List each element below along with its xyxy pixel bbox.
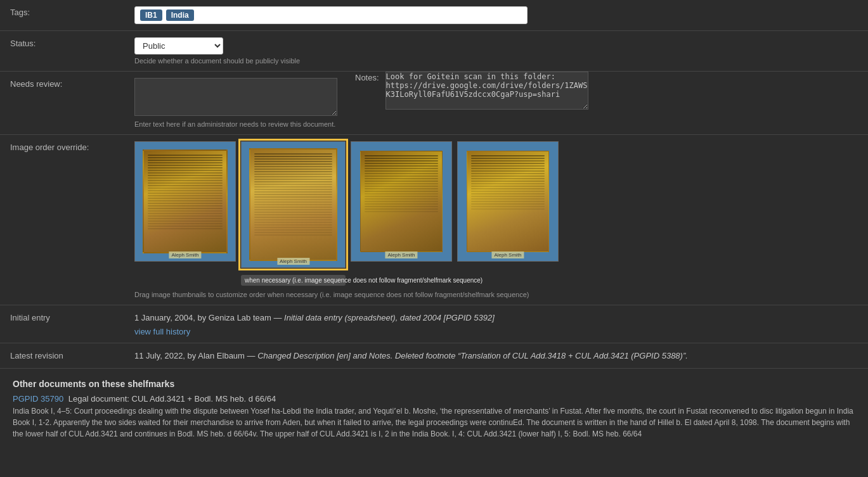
thumbnail-3[interactable]: Aleph Smith [351, 141, 452, 262]
thumb-label-3: Aleph Smith [385, 251, 417, 258]
tags-content: IB1 India [127, 0, 868, 30]
tags-label: Tags: [0, 0, 127, 25]
thumb-label-4: Aleph Smith [491, 251, 524, 258]
thumb-img-4: Aleph Smith [457, 141, 559, 262]
status-select[interactable]: Public Private Draft [134, 37, 223, 54]
notes-inline: Notes: Look for Goitein scan in this fol… [355, 72, 868, 110]
thumb-img-3: Aleph Smith [351, 141, 452, 262]
initial-entry-content: 1 January, 2004, by Geniza Lab team — In… [127, 305, 868, 343]
status-content: Public Private Draft Decide whether a do… [127, 31, 868, 71]
latest-revision-italic: Changed Description [en] and Notes. Dele… [257, 351, 688, 360]
view-full-history-link[interactable]: view full history [134, 327, 860, 336]
drag-hint: Drag image thumbnails to customize order… [134, 291, 860, 298]
tags-row: Tags: IB1 India [0, 0, 868, 31]
tag-india: India [166, 10, 194, 21]
latest-revision-text: 11 July, 2022, by Alan Elbaum — Changed … [134, 350, 860, 362]
initial-entry-date-author: 1 January, 2004, by Geniza Lab team — [134, 313, 282, 322]
initial-entry-italic: Initial data entry (spreadsheet), dated … [284, 313, 495, 322]
notes-label: Notes: [355, 72, 379, 82]
doc-body: India Book I, 4–5: Court proceedings dea… [13, 405, 855, 440]
status-label: Status: [0, 31, 127, 56]
needs-review-helper: Enter text here if an administrator need… [134, 120, 347, 128]
other-docs-title: Other documents on these shelfmarks [13, 379, 855, 389]
thumbnail-1[interactable]: Aleph Smith [134, 141, 236, 262]
latest-revision-row: Latest revision 11 July, 2022, by Alan E… [0, 343, 868, 369]
initial-entry-row: Initial entry 1 January, 2004, by Geniza… [0, 305, 868, 343]
page-wrapper: Tags: IB1 India Status: Public Private D… [0, 0, 868, 477]
image-order-row: Image order override: [0, 135, 868, 305]
other-docs-list: PGPID 35790 Legal document: CUL Add.3421… [13, 394, 855, 440]
review-notes-row: Needs review: Enter text here if an admi… [0, 72, 868, 135]
status-helper: Decide whether a document should be publ… [134, 57, 860, 65]
latest-revision-label: Latest revision [0, 343, 127, 368]
doc-legal-description: Legal document: CUL Add.3421 + Bodl. MS … [68, 394, 276, 404]
status-row: Status: Public Private Draft Decide whet… [0, 31, 868, 72]
thumb-img-1: Aleph Smith [134, 141, 236, 262]
latest-revision-date-author: 11 July, 2022, by Alan Elbaum — [134, 351, 256, 360]
list-item: PGPID 35790 Legal document: CUL Add.3421… [13, 394, 855, 440]
tag-ib1: IB1 [140, 10, 162, 21]
image-order-label: Image order override: [0, 135, 127, 160]
initial-entry-label: Initial entry [0, 305, 127, 330]
thumbnail-4[interactable]: Aleph Smith [457, 141, 559, 262]
thumb-label-1: Aleph Smith [169, 251, 201, 258]
image-order-content: Aleph Smith [127, 135, 868, 305]
initial-entry-text: 1 January, 2004, by Geniza Lab team — In… [134, 312, 860, 324]
needs-review-label: Needs review: [0, 72, 127, 96]
thumbnail-2[interactable]: Aleph Smith when necessary (i.e. image s… [241, 141, 346, 268]
thumb-img-2: Aleph Smith [241, 141, 346, 268]
thumb-label-2: Aleph Smith [277, 258, 309, 265]
pgpid-link[interactable]: PGPID 35790 [13, 394, 63, 404]
latest-revision-content: 11 July, 2022, by Alan Elbaum — Changed … [127, 343, 868, 369]
needs-review-textarea[interactable] [134, 78, 337, 116]
image-thumbnails-area: Aleph Smith [134, 141, 860, 268]
drag-tooltip: when necessary (i.e. image sequence does… [241, 275, 346, 286]
other-docs-section: Other documents on these shelfmarks PGPI… [0, 369, 868, 454]
needs-review-content: Enter text here if an administrator need… [127, 72, 355, 134]
tags-input-field[interactable]: IB1 India [134, 6, 528, 24]
notes-textarea[interactable]: Look for Goitein scan in this folder: ht… [385, 72, 588, 110]
